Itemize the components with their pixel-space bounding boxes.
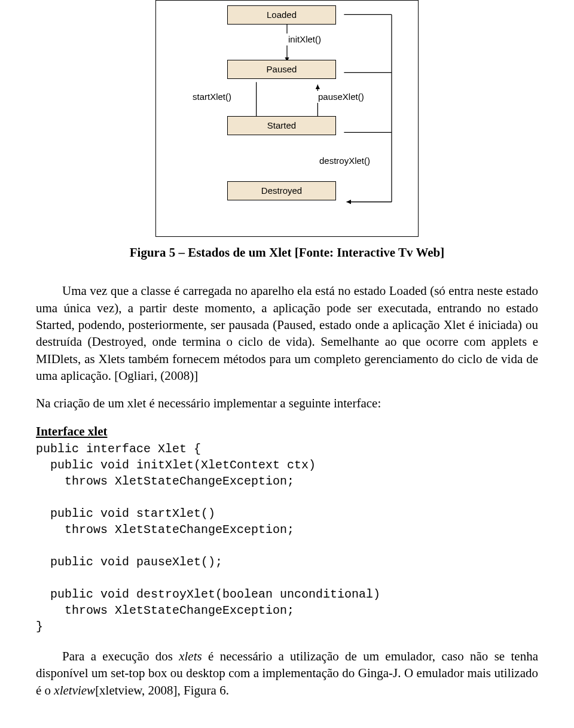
para3-italic-xlets: xlets [179,649,201,663]
interface-heading: Interface xlet [36,423,538,440]
trans-pausexlet-label: pauseXlet() [316,91,366,103]
state-started-label: Started [267,120,296,130]
paragraph-2: Na criação de um xlet é necessário imple… [36,395,538,412]
diagram-container: Loaded initXlet() Paused startXlet() pau… [155,0,419,237]
figure-caption: Figura 5 – Estados de um Xlet [Fonte: In… [36,244,538,261]
state-diagram: Loaded initXlet() Paused startXlet() pau… [155,0,419,237]
paragraph-1: Uma vez que a classe é carregada no apar… [36,282,538,384]
para3-text-a: Para a execução dos [62,649,179,663]
state-paused-label: Paused [267,64,297,74]
state-loaded: Loaded [227,5,336,25]
para3-italic-xletview: xletview [54,683,95,697]
para3-text-e: [xletview, 2008], Figura 6. [95,683,229,697]
state-loaded-label: Loaded [267,10,297,20]
state-destroyed: Destroyed [227,181,336,200]
state-paused: Paused [227,60,336,79]
trans-startxlet-label: startXlet() [191,91,233,103]
paragraph-3: Para a execução dos xlets é necessário a… [36,648,538,699]
trans-destroyxlet-label: destroyXlet() [317,155,372,167]
trans-initxlet-label: initXlet() [286,33,323,45]
code-block: public interface Xlet { public void init… [36,441,538,635]
state-started: Started [227,116,336,135]
state-destroyed-label: Destroyed [261,185,302,196]
